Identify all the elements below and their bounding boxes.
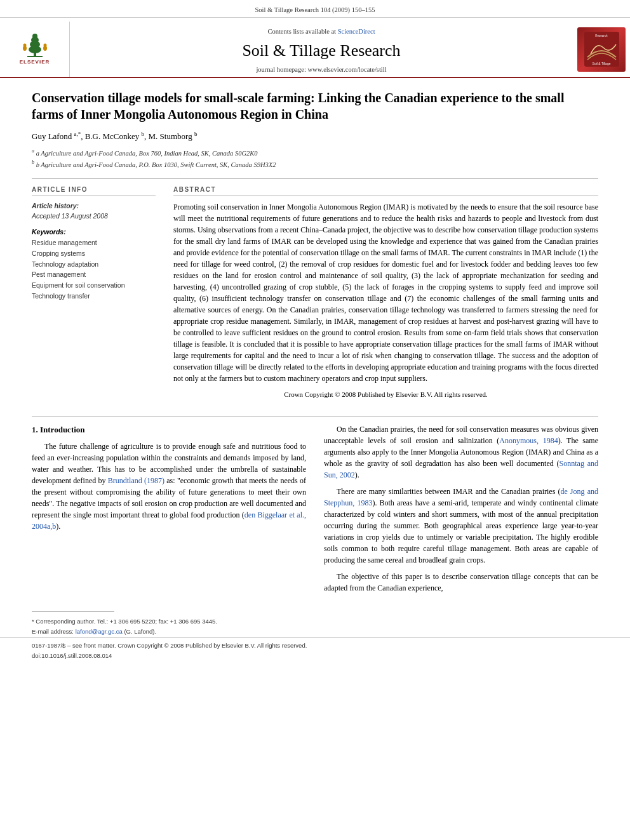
ref-brundtland[interactable]: Brundtland (1987)	[108, 476, 164, 485]
keywords-label: Keywords:	[32, 227, 156, 237]
journal-title-banner: Soil & Tillage Research	[76, 39, 566, 63]
section-divider-mid	[32, 417, 598, 417]
journal-logo-icon: Soil & Tillage Research	[584, 32, 619, 67]
footer-doi: doi:10.1016/j.still.2008.08.014	[32, 651, 598, 660]
elsevier-logo-area: ELSEVIER	[0, 22, 70, 77]
intro-para-4: The objective of this paper is to descri…	[324, 571, 598, 594]
svg-text:Soil & Tillage: Soil & Tillage	[592, 62, 610, 65]
keywords-list: Residue management Cropping systems Tech…	[32, 238, 156, 302]
footnote-email: E-mail address: lafond@agr.gc.ca (G. Laf…	[32, 627, 598, 636]
footer-license: 0167-1987/$ – see front matter. Crown Co…	[32, 641, 598, 650]
journal-logo-box: Soil & Tillage Research	[577, 27, 626, 72]
author-guy-lafond: Guy Lafond	[32, 132, 74, 142]
section-1-title: 1. Introduction	[32, 423, 306, 436]
copyright-line: Crown Copyright © 2008 Published by Else…	[173, 389, 598, 400]
banner-center: Contents lists available at ScienceDirec…	[70, 22, 573, 77]
body-col-left: 1. Introduction The future challenge of …	[32, 423, 306, 599]
keyword-4: Pest management	[32, 270, 156, 280]
body-col-right: On the Canadian prairies, the need for s…	[324, 423, 598, 599]
elsevier-wordmark: ELSEVIER	[20, 58, 50, 66]
keyword-3: Technology adaptation	[32, 260, 156, 270]
intro-para-3: There are many similarities between IMAR…	[324, 486, 598, 566]
affil-sup-b2: b	[194, 131, 198, 137]
affil-sup-a: a,*	[74, 131, 81, 137]
ref-de-jong[interactable]: de Jong and Stepphun, 1983	[324, 487, 598, 507]
page: Soil & Tillage Research 104 (2009) 150–1…	[0, 0, 630, 840]
journal-banner: ELSEVIER Contents lists available at Sci…	[0, 22, 630, 78]
ref-sonntag[interactable]: Sonntag and Sun, 2002	[324, 459, 598, 479]
footnote-email-link[interactable]: lafond@agr.gc.ca	[76, 628, 123, 635]
section-divider-top	[32, 178, 598, 179]
authors-line: Guy Lafond a,*, B.G. McConkey b, M. Stum…	[32, 130, 598, 143]
affiliation-b: b b Agriculture and Agri-Food Canada, P.…	[32, 159, 598, 170]
elsevier-logo: ELSEVIER	[6, 32, 64, 67]
footnote-corresponding: * Corresponding author. Tel.: +1 306 695…	[32, 617, 598, 626]
elsevier-tree-icon	[16, 33, 54, 57]
svg-point-7	[23, 43, 26, 46]
ref-den-biggelaar[interactable]: den Biggelaar et al., 2004a,b	[32, 510, 306, 531]
footnote-area: * Corresponding author. Tel.: +1 306 695…	[0, 615, 630, 636]
affiliations: a a Agriculture and Agri-Food Canada, Bo…	[32, 147, 598, 170]
keyword-6: Technology transfer	[32, 291, 156, 302]
intro-para-1: The future challenge of agriculture is t…	[32, 441, 306, 532]
svg-text:Research: Research	[595, 34, 608, 37]
article-info-col: ARTICLE INFO Article history: Accepted 1…	[32, 185, 156, 404]
article-title: Conservation tillage models for small-sc…	[32, 90, 598, 123]
article-info-abstract: ARTICLE INFO Article history: Accepted 1…	[32, 185, 598, 404]
intro-para-2: On the Canadian prairies, the need for s…	[324, 423, 598, 481]
sciencedirect-link[interactable]: ScienceDirect	[338, 28, 375, 35]
footnote-line	[32, 611, 114, 612]
keyword-1: Residue management	[32, 238, 156, 248]
svg-rect-1	[27, 56, 43, 57]
journal-homepage: journal homepage: www.elsevier.com/locat…	[76, 65, 566, 74]
page-footer: 0167-1987/$ – see front matter. Crown Co…	[0, 637, 630, 665]
svg-point-9	[43, 43, 46, 46]
affiliation-a: a a Agriculture and Agri-Food Canada, Bo…	[32, 147, 598, 158]
article-history: Article history: Accepted 13 August 2008	[32, 201, 156, 220]
journal-header: Soil & Tillage Research 104 (2009) 150–1…	[0, 0, 630, 18]
section-1-introduction: 1. Introduction The future challenge of …	[32, 423, 598, 599]
keyword-5: Equipment for soil conservation	[32, 281, 156, 291]
abstract-paragraph: Promoting soil conservation in Inner Mon…	[173, 201, 598, 384]
abstract-text: Promoting soil conservation in Inner Mon…	[173, 201, 598, 400]
sciencedirect-link-text: Contents lists available at ScienceDirec…	[76, 27, 566, 36]
abstract-header: ABSTRACT	[173, 185, 598, 197]
svg-point-5	[32, 34, 37, 39]
journal-logo-area: Soil & Tillage Research	[573, 22, 630, 77]
journal-citation: Soil & Tillage Research 104 (2009) 150–1…	[255, 6, 375, 13]
keyword-2: Cropping systems	[32, 249, 156, 259]
abstract-col: ABSTRACT Promoting soil conservation in …	[173, 185, 598, 404]
article-info-header: ARTICLE INFO	[32, 185, 156, 197]
ref-anonymous[interactable]: Anonymous, 1984	[499, 436, 558, 445]
content-area: Conservation tillage models for small-sc…	[0, 78, 630, 611]
